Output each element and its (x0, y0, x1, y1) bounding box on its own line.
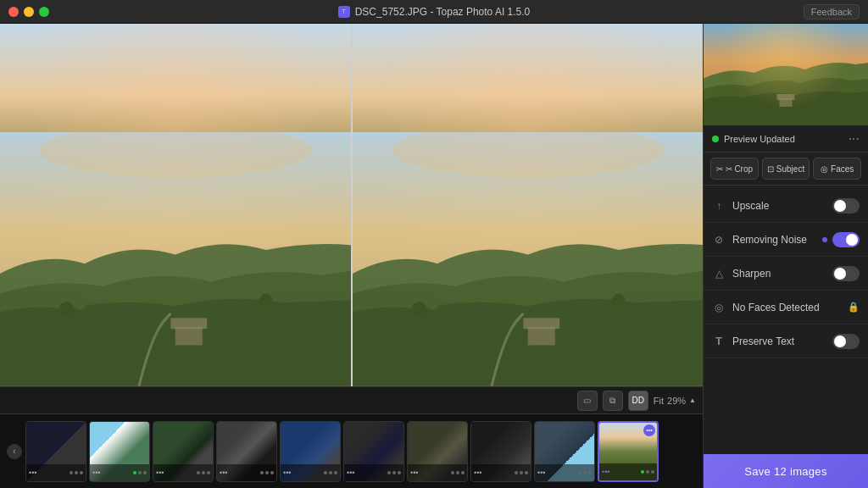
filmstrip-item-active[interactable]: ••• ••• (598, 421, 659, 482)
filmstrip-item-more-icon[interactable]: ••• (92, 469, 100, 477)
sharpen-feature-row: △ Sharpen (704, 257, 868, 291)
sharpen-toggle[interactable] (832, 266, 860, 281)
filmstrip-item-more-icon[interactable]: ••• (220, 469, 227, 477)
compare-view-button[interactable]: DD (628, 391, 648, 411)
removing-noise-feature-right (822, 232, 860, 247)
filmstrip-status-dot (324, 471, 327, 474)
filmstrip-status-dot (70, 471, 73, 474)
processed-image (353, 24, 704, 386)
upscale-toggle[interactable] (832, 198, 860, 214)
no-faces-feature-right: 🔒 (848, 302, 860, 313)
filmstrip-status-dot (334, 471, 337, 474)
filmstrip-status-dot (646, 470, 649, 474)
filmstrip-prev-button[interactable]: ‹ (7, 444, 22, 459)
removing-noise-label: Removing Noise (732, 234, 807, 246)
active-indicator-icon: ••• (643, 424, 655, 436)
filmstrip-item[interactable]: ••• (89, 421, 150, 482)
filmstrip-status-dot (461, 471, 465, 474)
preview-more-button[interactable]: ··· (849, 132, 860, 146)
filmstrip-item-more-icon[interactable]: ••• (410, 469, 418, 477)
removing-noise-icon: ⊘ (712, 233, 726, 247)
svg-point-4 (259, 294, 272, 307)
svg-point-2 (59, 302, 74, 316)
svg-point-12 (612, 294, 625, 307)
faces-icon: ◎ (821, 164, 828, 174)
original-image (0, 24, 351, 386)
lock-icon: 🔒 (848, 302, 860, 313)
removing-noise-feature-row: ⊘ Removing Noise (704, 223, 868, 257)
filmstrip-status-dot (515, 471, 518, 474)
filmstrip-item[interactable]: ••• (280, 421, 341, 482)
comparison-container (0, 24, 703, 386)
features-list: ↑ Upscale ⊘ Removing Noise (704, 186, 868, 454)
preview-updated-dot (712, 136, 719, 142)
sharpen-label: Sharpen (732, 268, 771, 280)
removing-noise-toggle[interactable] (832, 232, 860, 247)
filmstrip-status-dot (80, 471, 83, 474)
filmstrip-item-more-icon[interactable]: ••• (602, 468, 609, 476)
filmstrip-item[interactable]: ••• (407, 421, 468, 482)
filmstrip-status-dot (270, 471, 274, 474)
close-button[interactable] (8, 7, 19, 17)
right-panel: Preview Updated ··· ✂ ✂ Crop ⊡ Subject ◎… (703, 24, 868, 488)
svg-point-3 (75, 299, 86, 310)
filmstrip-status-dot (202, 471, 205, 474)
filmstrip-status-dot (207, 471, 210, 474)
filmstrip-item-more-icon[interactable]: ••• (474, 469, 481, 477)
filmstrip-item[interactable]: ••• (25, 421, 86, 482)
split-view-button[interactable]: ⧉ (603, 391, 623, 411)
filmstrip-status-dot (451, 471, 454, 474)
zoom-chevron-icon[interactable]: ▲ (689, 396, 696, 404)
svg-point-11 (426, 299, 437, 310)
preserve-text-toggle[interactable] (832, 334, 860, 349)
faces-button[interactable]: ◎ Faces (813, 158, 861, 180)
svg-rect-15 (523, 319, 559, 330)
svg-rect-14 (527, 327, 554, 345)
filmstrip-item[interactable]: ••• (534, 421, 595, 482)
subject-button[interactable]: ⊡ Subject (762, 158, 810, 180)
comparison-divider[interactable] (351, 24, 353, 386)
action-buttons-row: ✂ ✂ Crop ⊡ Subject ◎ Faces (704, 152, 868, 186)
svg-point-5 (276, 286, 292, 302)
filmstrip-item[interactable]: ••• (470, 421, 531, 482)
titlebar: T DSC_5752.JPG - Topaz Photo AI 1.5.0 Fe… (0, 0, 868, 24)
sharpen-feature-left: △ Sharpen (712, 267, 771, 280)
svg-rect-17 (780, 98, 793, 107)
filmstrip-item-more-icon[interactable]: ••• (283, 469, 291, 477)
filmstrip-status-dot (641, 470, 644, 474)
filmstrip-item[interactable]: ••• (343, 421, 404, 482)
filmstrip-item-more-icon[interactable]: ••• (347, 469, 354, 477)
filmstrip-status-dot (329, 471, 332, 474)
single-view-button[interactable]: ▭ (577, 391, 598, 411)
svg-rect-16 (704, 24, 868, 125)
preserve-text-label: Preserve Text (732, 336, 794, 347)
svg-rect-6 (175, 327, 203, 345)
preserve-text-feature-left: T Preserve Text (712, 335, 794, 348)
zoom-control: Fit 29% ▲ (654, 396, 696, 406)
filmstrip-item[interactable]: ••• (216, 421, 277, 482)
preview-thumbnail (704, 24, 868, 125)
filmstrip-item-more-icon[interactable]: ••• (537, 469, 545, 477)
filmstrip-status-dot (197, 471, 200, 474)
filmstrip-status-dot (75, 471, 78, 474)
crop-button[interactable]: ✂ ✂ Crop (710, 158, 759, 180)
sharpen-icon: △ (712, 267, 726, 280)
sharpen-feature-right (832, 266, 860, 281)
save-button[interactable]: Save 12 images (704, 454, 868, 488)
no-faces-label: No Faces Detected (732, 302, 820, 313)
filmstrip-item-more-icon[interactable]: ••• (29, 469, 36, 477)
filmstrip-status-dot (456, 471, 459, 474)
filmstrip-item[interactable]: ••• (153, 421, 214, 482)
maximize-button[interactable] (39, 7, 49, 17)
minimize-button[interactable] (24, 7, 34, 17)
no-faces-icon: ◎ (712, 301, 726, 314)
traffic-lights (8, 7, 49, 17)
feedback-button[interactable]: Feedback (804, 4, 860, 19)
filmstrip-item-more-icon[interactable]: ••• (156, 469, 164, 477)
upscale-feature-row: ↑ Upscale (704, 189, 868, 223)
left-panel: ▭ ⧉ DD Fit 29% ▲ ‹ (0, 24, 703, 488)
filmstrip-status-dot (520, 471, 523, 474)
svg-point-10 (411, 302, 426, 316)
filmstrip-status-dot (525, 471, 528, 474)
preview-status-label: Preview Updated (724, 134, 795, 144)
